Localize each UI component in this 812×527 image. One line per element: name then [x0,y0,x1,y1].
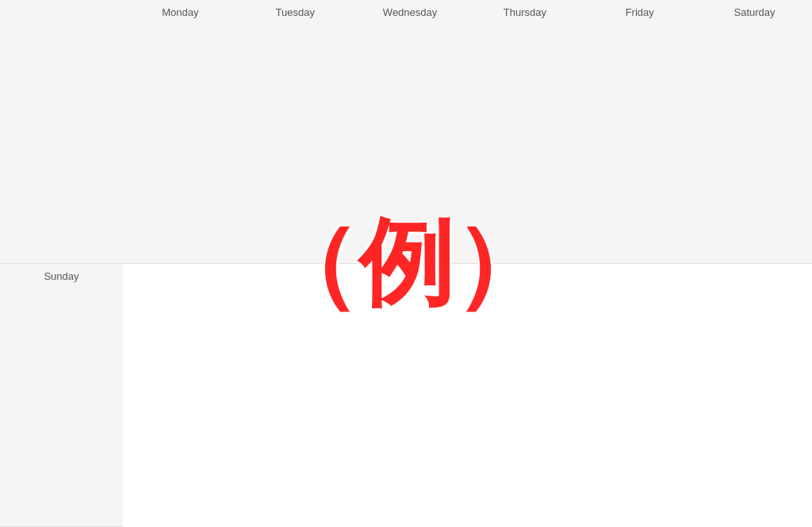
calendar-grid: Monday Tuesday Wednesday Thursday Friday… [0,0,812,527]
col-header-saturday: Saturday [697,0,812,264]
col-header-wednesday: Wednesday [353,0,468,264]
col-header-monday: Monday [123,0,238,264]
col-header-sunday: Sunday [0,264,123,528]
col-header-thursday: Thursday [467,0,582,264]
col-header-week [0,0,123,264]
col-header-tuesday: Tuesday [238,0,353,264]
col-header-friday: Friday [582,0,697,264]
